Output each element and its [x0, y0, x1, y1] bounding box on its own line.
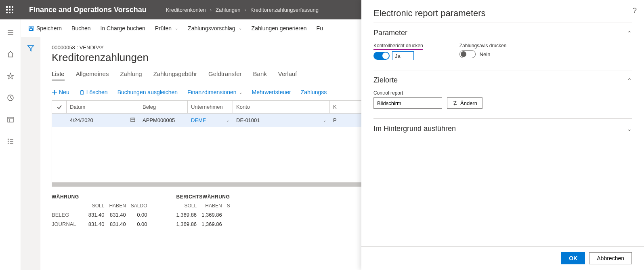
control-report-input[interactable]: [373, 97, 442, 109]
section-parameter: Parameter ⌃ Kontrollbericht drucken Ja: [373, 23, 632, 70]
field-control-report-destination: Control report Ändern: [373, 90, 482, 109]
payment-proposal-button[interactable]: Zahlungsvorschlag ⌄: [188, 25, 242, 32]
toggle-knob: [461, 51, 466, 57]
rep-voucher-debit: 1,369.86: [176, 210, 201, 219]
section-destinations-title: Zielorte: [373, 76, 398, 84]
print-control-value[interactable]: Ja: [392, 51, 414, 60]
col-date[interactable]: Datum: [67, 101, 139, 113]
delete-button[interactable]: Löschen: [79, 89, 108, 95]
tab-money-transfer[interactable]: Geldtransfer: [208, 68, 242, 80]
vat-label: Mehrwertsteuer: [252, 89, 291, 95]
generate-payments-button[interactable]: Zahlungen generieren: [252, 25, 307, 32]
validate-button[interactable]: Prüfen ⌄: [155, 25, 178, 32]
row-selector[interactable]: [52, 114, 67, 127]
tab-history[interactable]: Verlauf: [278, 68, 297, 80]
svg-point-16: [8, 139, 9, 140]
tab-bank[interactable]: Bank: [253, 68, 267, 80]
cell-voucher[interactable]: APPM000005: [139, 114, 188, 127]
svg-rect-4: [9, 9, 10, 11]
tab-list[interactable]: Liste: [52, 68, 65, 80]
breadcrumb-item[interactable]: Kreditorenzahlungserfassung: [249, 7, 320, 13]
vat-button[interactable]: Mehrwertsteuer: [252, 89, 291, 95]
col-voucher[interactable]: Beleg: [139, 101, 188, 113]
modules-icon[interactable]: [3, 134, 18, 149]
section-destinations-header[interactable]: Zielorte ⌃: [373, 74, 632, 86]
cell-account[interactable]: DE-01001 ⌄: [233, 114, 330, 127]
section-destinations-content: Control report Ändern: [373, 86, 632, 114]
breadcrumb-item[interactable]: Kreditorenkonten: [164, 7, 208, 13]
cell-company[interactable]: DEMF ⌄: [188, 114, 233, 127]
clock-icon[interactable]: [3, 91, 18, 105]
scrollbar-thumb[interactable]: [52, 183, 371, 186]
app-launcher-icon[interactable]: [0, 0, 19, 19]
home-icon[interactable]: [3, 47, 18, 61]
chevron-right-icon: ›: [210, 7, 212, 13]
save-button[interactable]: Speichern: [28, 25, 62, 32]
chevron-up-icon: ⌃: [627, 30, 632, 36]
filter-pane-toggle[interactable]: [21, 37, 40, 270]
row-voucher-label: BELEG: [52, 210, 88, 219]
payment-status-button[interactable]: Zahlungss: [301, 89, 327, 95]
ok-button[interactable]: OK: [561, 252, 585, 264]
tab-general[interactable]: Allgemeines: [76, 68, 109, 80]
section-parameter-header[interactable]: Parameter ⌃: [373, 27, 632, 39]
breadcrumb: Kreditorenkonten › Zahlungen › Kreditore…: [164, 7, 320, 13]
voucher-credit: 831.40: [109, 210, 130, 219]
workspace-icon[interactable]: [3, 112, 18, 127]
chevron-down-icon[interactable]: ⌄: [323, 118, 326, 122]
more-button[interactable]: Fu: [317, 25, 323, 32]
voucher-debit: 831.40: [88, 210, 109, 219]
select-all-checkbox[interactable]: [52, 101, 67, 113]
svg-rect-5: [12, 9, 13, 11]
reporting-title: BERICHTSWÄHRUNG: [176, 194, 235, 200]
toggle-knob: [382, 53, 389, 59]
app-title: Finance and Operations Vorschau: [19, 6, 156, 14]
col-debit: SOLL: [88, 201, 109, 210]
print-control-label: Kontrollbericht drucken: [373, 43, 423, 50]
cell-company-value: DEMF: [191, 117, 206, 123]
financial-dimensions-button[interactable]: Finanzdimensionen ⌄: [187, 89, 242, 95]
new-label: Neu: [59, 89, 69, 95]
tab-payment[interactable]: Zahlung: [120, 68, 142, 80]
generate-payments-label: Zahlungen generieren: [252, 25, 307, 32]
new-button[interactable]: Neu: [52, 89, 69, 95]
help-icon[interactable]: ?: [633, 6, 637, 15]
post-in-charge-button[interactable]: In Charge buchen: [101, 25, 145, 32]
tab-payment-fee[interactable]: Zahlungsgebühr: [153, 68, 197, 80]
col-account[interactable]: Konto: [233, 101, 330, 113]
highlighted-label: Kontrollbericht drucken: [373, 43, 423, 50]
payment-proposal-label: Zahlungsvorschlag: [188, 25, 235, 32]
breadcrumb-item[interactable]: Zahlungen: [214, 7, 242, 13]
currency-table: SOLL HABEN SALDO BELEG 831.40 831.40 0.0…: [52, 201, 152, 229]
change-destination-button[interactable]: Ändern: [447, 97, 482, 109]
settle-transactions-button[interactable]: Buchungen ausgleichen: [117, 89, 178, 95]
print-advice-toggle[interactable]: [459, 50, 476, 58]
field-print-payment-advice: Zahlungsavis drucken Nein: [459, 43, 507, 60]
calendar-icon[interactable]: [130, 117, 136, 124]
control-report-label: Control report: [373, 90, 482, 96]
col-debit: SOLL: [176, 201, 201, 210]
reporting-table: SOLL HABEN S 1,369.86 1,369.86 1,369.86 …: [176, 201, 235, 229]
post-button[interactable]: Buchen: [71, 25, 90, 32]
print-control-toggle[interactable]: [373, 52, 390, 60]
chevron-down-icon: ⌄: [239, 90, 242, 95]
svg-rect-0: [6, 6, 8, 8]
chevron-down-icon[interactable]: ⌄: [226, 118, 229, 122]
cell-voucher-value: APPM000005: [143, 117, 175, 123]
star-icon[interactable]: [3, 69, 18, 83]
cell-date[interactable]: 4/24/2020: [67, 114, 139, 127]
currency-title: WÄHRUNG: [52, 194, 152, 200]
col-company[interactable]: Unternehmen: [188, 101, 233, 113]
voucher-balance: 0.00: [131, 210, 152, 219]
col-credit: HABEN: [109, 201, 130, 210]
col-balance: SALDO: [131, 201, 152, 210]
cancel-button[interactable]: Abbrechen: [589, 252, 632, 264]
svg-point-20: [8, 143, 9, 144]
svg-rect-6: [6, 12, 8, 13]
section-background-header[interactable]: Im Hintergrund ausführen ⌄: [373, 123, 632, 135]
section-destinations: Zielorte ⌃ Control report Ändern: [373, 70, 632, 119]
post-label: Buchen: [71, 25, 90, 32]
chevron-down-icon: ⌄: [627, 126, 632, 132]
hamburger-icon[interactable]: [3, 25, 18, 40]
rep-voucher-credit: 1,369.86: [201, 210, 227, 219]
